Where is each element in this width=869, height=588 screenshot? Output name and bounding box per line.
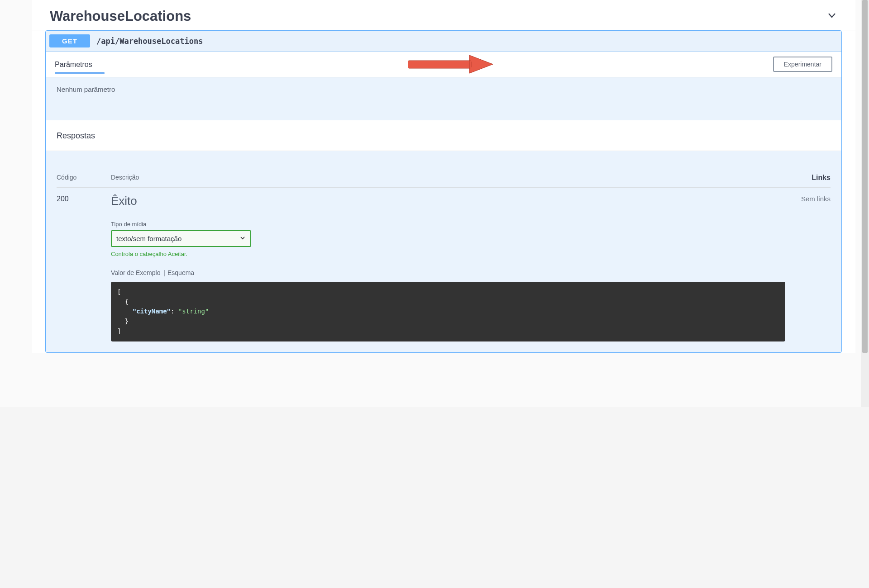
response-description: Êxito Tipo de mídia texto/sem formatação…	[111, 194, 785, 341]
svg-marker-3	[469, 55, 493, 73]
http-method-badge: GET	[49, 34, 90, 47]
col-header-description: Descrição	[111, 174, 785, 182]
no-parameters-text: Nenhum parâmetro	[57, 85, 115, 93]
svg-rect-0	[408, 61, 471, 68]
parameters-header: Parâmetros Experimentar	[46, 52, 841, 77]
responses-table-head: Código Descrição Links	[57, 151, 831, 188]
example-value-tab[interactable]: Valor de Exemplo	[111, 269, 160, 276]
svg-marker-1	[469, 55, 493, 73]
response-links: Sem links	[785, 194, 831, 341]
tab-separator: |	[162, 269, 166, 276]
operation-summary-row[interactable]: GET /api/WarehouseLocations	[46, 31, 841, 52]
operation-tag-header[interactable]: WarehouseLocations	[32, 0, 855, 30]
responses-label: Respostas	[57, 131, 95, 140]
response-row: 200 Êxito Tipo de mídia texto/sem format…	[57, 188, 831, 341]
operation-tag-title: WarehouseLocations	[50, 8, 191, 24]
col-header-code: Código	[57, 174, 111, 182]
responses-header: Respostas	[46, 120, 841, 151]
try-it-out-button[interactable]: Experimentar	[773, 57, 832, 72]
parameters-body: Nenhum parâmetro	[46, 77, 841, 120]
json-key: "cityName"	[133, 308, 171, 315]
col-header-links: Links	[785, 174, 831, 182]
example-schema-tabs: Valor de Exemplo |Esquema	[111, 269, 785, 276]
response-code: 200	[57, 194, 111, 341]
parameters-tab[interactable]: Parâmetros	[55, 56, 92, 72]
operation-block: GET /api/WarehouseLocations Parâmetros E…	[45, 30, 842, 353]
example-code-block: [ { "cityName": "string" } ]	[111, 282, 785, 341]
media-type-select-wrap: texto/sem formatação	[111, 230, 251, 247]
response-title: Êxito	[111, 194, 785, 208]
endpoint-path: /api/WarehouseLocations	[96, 37, 203, 46]
scrollbar-thumb[interactable]	[862, 0, 868, 353]
responses-table: Código Descrição Links 200 Êxito Tipo de…	[46, 151, 841, 352]
accept-header-note: Controla o cabeçalho Aceitar.	[111, 251, 785, 257]
media-type-label: Tipo de mídia	[111, 221, 785, 228]
svg-rect-2	[408, 61, 471, 68]
media-type-select[interactable]: texto/sem formatação	[111, 230, 251, 247]
chevron-down-icon[interactable]	[826, 10, 837, 23]
json-value: "string"	[178, 308, 209, 315]
schema-tab[interactable]: Esquema	[167, 269, 194, 276]
scrollbar-track[interactable]	[861, 0, 869, 407]
arrow-annotation-icon	[408, 54, 494, 74]
